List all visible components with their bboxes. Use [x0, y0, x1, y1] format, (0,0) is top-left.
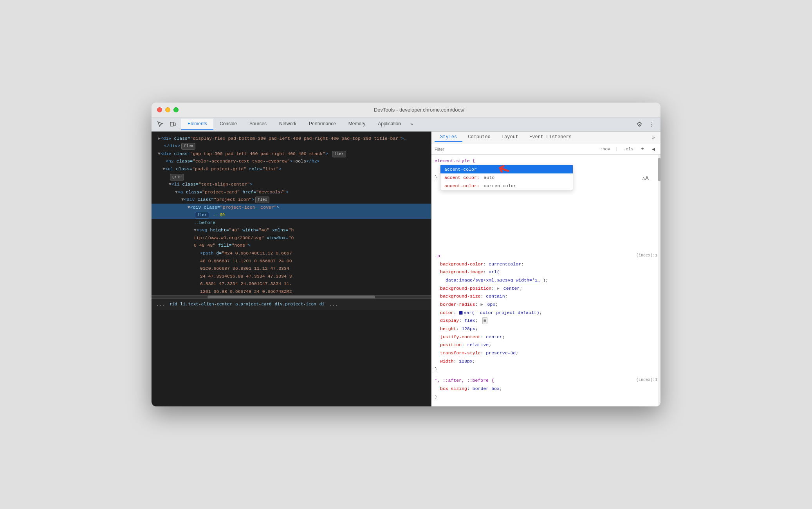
html-line: grid	[152, 173, 431, 181]
tab-styles[interactable]: Styles	[435, 133, 462, 142]
css-prop-line-display: display: flex; ▦	[435, 317, 657, 325]
css-prop-line: background-color: currentColor;	[435, 260, 657, 269]
css-prop-line-link: data:image/svg+xml,%3Csvg width='1… );	[435, 276, 657, 285]
css-rule-universal: *, ::after, ::before { (index):1 box-siz…	[435, 377, 657, 401]
autocomplete-item-accent-color[interactable]: accent-color	[440, 165, 573, 173]
window-title: DevTools - developer.chrome.com/docs/	[183, 107, 655, 113]
css-prop-line: background-size: contain;	[435, 292, 657, 301]
html-line: 0 48 48" fill="none">	[152, 242, 431, 249]
css-prop-line: box-sizing: border-box;	[435, 385, 657, 393]
path-item-li[interactable]: li.text-align-center	[180, 301, 232, 308]
inspector-icon[interactable]	[155, 119, 166, 130]
html-line: 01C0.666687 36.8801 11.12 47.3334	[152, 265, 431, 273]
css-rule-universal-selector: *, ::after, ::before {	[435, 378, 494, 383]
settings-icon[interactable]: ⚙	[634, 119, 645, 130]
minimize-button[interactable]	[165, 107, 170, 112]
styles-filter-bar: :hov | .cls + ◀	[431, 144, 660, 155]
device-mode-icon[interactable]	[167, 119, 178, 130]
maximize-button[interactable]	[173, 107, 179, 112]
html-line: ▼<svg height="48" width="48" xmlns="h	[152, 226, 431, 234]
tab-layout[interactable]: Layout	[496, 133, 524, 142]
tab-network[interactable]: Network	[273, 119, 303, 130]
path-ellipsis-end[interactable]: ...	[328, 300, 339, 308]
main-content: ▶<div class="display-flex pad-bottom-300…	[152, 132, 660, 406]
tab-computed[interactable]: Computed	[462, 133, 496, 142]
element-style-rule: element.style { ➜ accent-color : ; }	[435, 157, 657, 182]
html-line: 1201 36.88 0.666748 24 0.666748ZM2	[152, 288, 431, 296]
css-prop-line: justify-content: center;	[435, 333, 657, 341]
collapse-styles-button[interactable]: ◀	[650, 145, 657, 153]
svg-rect-0	[170, 122, 173, 126]
css-prop-line: position: relative;	[435, 341, 657, 349]
html-line: 24 47.3334C36.88 47.3334 47.3334 3	[152, 273, 431, 280]
html-line: 6.8801 47.3334 24.0001C47.3334 11.	[152, 280, 431, 288]
tab-elements[interactable]: Elements	[181, 119, 213, 130]
css-rule-origin[interactable]: (index):1	[636, 252, 657, 259]
tabs-bar: Elements Console Sources Network Perform…	[152, 117, 660, 132]
html-line: ▼<li class="text-align-center">	[152, 180, 431, 188]
devtools-window: DevTools - developer.chrome.com/docs/	[152, 103, 660, 406]
close-button[interactable]	[157, 107, 162, 112]
css-prop-line: transform-style: preserve-3d;	[435, 349, 657, 357]
svg-rect-1	[174, 123, 175, 126]
html-line-selected: ▼<div class="project-icon__cover">	[152, 204, 431, 211]
cls-button[interactable]: .cls	[621, 146, 635, 152]
html-line: ▼<div class="project-icon">flex	[152, 196, 431, 204]
autocomplete-dropdown: accent-color accent-color: auto accent-c…	[440, 165, 573, 190]
styles-tab-more[interactable]: »	[650, 133, 657, 142]
styles-panel: Styles Computed Layout Event Listeners »…	[431, 132, 660, 406]
css-prop-line: width: 128px;	[435, 357, 657, 366]
tab-icons	[155, 119, 178, 130]
css-prop-line: height: 128px;	[435, 325, 657, 333]
html-line: ::before	[152, 219, 431, 227]
element-style-selector: element.style {	[435, 158, 475, 163]
flex-icon[interactable]: ▦	[482, 317, 487, 324]
css-prop-line: background-position: ▶ center;	[435, 285, 657, 293]
tab-sources[interactable]: Sources	[243, 119, 273, 130]
breadcrumb-ellipsis[interactable]: ...	[155, 300, 166, 308]
tab-performance[interactable]: Performance	[303, 119, 342, 130]
title-bar: DevTools - developer.chrome.com/docs/	[152, 103, 660, 117]
path-item-rid[interactable]: rid	[170, 301, 177, 308]
html-scroll-thumb[interactable]	[208, 296, 375, 298]
path-item-a[interactable]: a.project-card	[235, 301, 272, 308]
css-prop-line-color: color: var(--color-project-default);	[435, 309, 657, 317]
css-prop-line: border-radius: ▶ 6px;	[435, 301, 657, 309]
tab-console[interactable]: Console	[213, 119, 243, 130]
html-line: ▶<div class="display-flex pad-bottom-300…	[152, 135, 431, 143]
path-item-div-icon[interactable]: div.project-icon	[275, 301, 316, 308]
autocomplete-item-currentcolor[interactable]: accent-color: currentcolor	[440, 182, 573, 190]
html-line: <h2 class="color-secondary-text type--ey…	[152, 157, 431, 165]
css-rule-universal-origin[interactable]: (index):1	[636, 377, 657, 384]
path-item-di[interactable]: di	[319, 301, 325, 308]
color-swatch[interactable]	[459, 311, 463, 315]
tab-settings-area: ⚙ ⋮	[634, 119, 657, 130]
html-line: 48 0.666687 11.1201 0.666687 24.00	[152, 257, 431, 265]
html-scroll-bar[interactable]	[152, 295, 431, 298]
styles-scrollbar[interactable]	[658, 155, 660, 406]
html-line: ▼<ul class="pad-0 project-grid" role="li…	[152, 165, 431, 173]
html-line-badges: flex == $0	[152, 211, 431, 219]
add-style-button[interactable]: +	[639, 145, 646, 153]
css-rule-selector: .p	[435, 253, 440, 258]
autocomplete-item-auto[interactable]: accent-color: auto	[440, 173, 573, 182]
traffic-lights	[157, 107, 179, 112]
tabs: Elements Console Sources Network Perform…	[181, 119, 634, 130]
html-line-path: <path d="M24 0.666748C11.12 0.6667	[152, 249, 431, 257]
styles-content[interactable]: AA element.style { ➜ accent-color :	[431, 155, 660, 406]
hov-button[interactable]: :hov	[598, 146, 612, 152]
html-line: ▼<a class="project-card" href="devtools/…	[152, 188, 431, 196]
kebab-icon[interactable]: ⋮	[646, 119, 657, 130]
styles-tabs: Styles Computed Layout Event Listeners »	[431, 132, 660, 144]
html-line: ▼<div class="gap-top-300 pad-left-400 pa…	[152, 150, 431, 158]
tab-more[interactable]: »	[407, 119, 416, 129]
devtools-container: Elements Console Sources Network Perform…	[152, 117, 660, 406]
css-rule-p: .p (index):1 background-color: currentCo…	[435, 252, 657, 374]
html-panel[interactable]: ▶<div class="display-flex pad-bottom-300…	[152, 132, 431, 406]
styles-scrollbar-thumb[interactable]	[658, 158, 660, 181]
tab-memory[interactable]: Memory	[342, 119, 372, 130]
tab-event-listeners[interactable]: Event Listeners	[524, 133, 577, 142]
tab-application[interactable]: Application	[372, 119, 407, 130]
html-line: ttp://www.w3.org/2000/svg" viewBox="0	[152, 234, 431, 242]
styles-filter-input[interactable]	[435, 147, 595, 152]
